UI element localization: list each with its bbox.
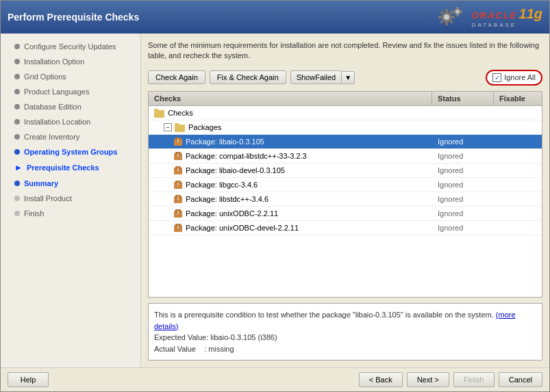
svg-rect-12: [456, 7, 458, 10]
sidebar-item-summary[interactable]: Summary: [1, 176, 140, 191]
sidebar-label-prerequisite-checks: Prerequisite Checks: [27, 164, 99, 172]
table-row[interactable]: Package: compat-libstdc++-33-3.2.3 Ignor…: [149, 149, 542, 164]
oracle-text-block: ORACLE 11g DATABASE: [472, 6, 542, 28]
row-checks-fixable: [494, 106, 542, 120]
sidebar-item-prerequisite-checks[interactable]: ► Prerequisite Checks: [1, 159, 140, 176]
sidebar-label-grid-options: Grid Options: [24, 73, 66, 81]
folder-icon: [154, 108, 165, 118]
row-unixodbc-fixable: [494, 207, 542, 220]
fix-check-again-button[interactable]: Fix & Check Again: [210, 70, 286, 84]
sidebar-label-operating-system-groups: Operating System Groups: [24, 148, 117, 156]
sidebar-item-create-inventory[interactable]: Create Inventory: [1, 129, 140, 144]
sidebar-dot-install-product: [14, 196, 20, 201]
ignore-all-wrapper[interactable]: ✓ Ignore All: [486, 70, 542, 86]
sidebar-item-configure-security[interactable]: Configure Security Updates: [1, 39, 140, 54]
svg-rect-13: [456, 14, 458, 17]
next-button[interactable]: Next >: [407, 372, 449, 387]
sidebar-item-install-product[interactable]: Install Product: [1, 191, 140, 206]
bottom-right: < Back Next > Finish Cancel: [359, 372, 542, 387]
sidebar-item-installation-location[interactable]: Installation Location: [1, 114, 140, 129]
info-actual-value: : missing: [204, 345, 234, 353]
row-libaio-devel-fixable: [494, 164, 542, 177]
svg-rect-15: [460, 11, 462, 13]
sidebar-item-product-languages[interactable]: Product Languages: [1, 84, 140, 99]
info-panel: This is a prerequisite condition to test…: [148, 303, 542, 361]
table-header: Checks Status Fixable: [149, 92, 542, 106]
ignore-all-checkbox[interactable]: ✓: [492, 73, 501, 82]
sidebar-arrow-prerequisite-checks: ►: [14, 163, 23, 172]
svg-rect-19: [175, 123, 179, 126]
sidebar-dot-finish: [14, 211, 20, 216]
row-libgcc-cell: Package: libgcc-3.4.6: [149, 178, 432, 192]
sidebar-label-create-inventory: Create Inventory: [24, 133, 79, 141]
back-button[interactable]: < Back: [359, 372, 403, 387]
svg-rect-3: [445, 22, 448, 25]
sidebar-item-finish[interactable]: Finish: [1, 206, 140, 221]
table-row[interactable]: Package: libstdc++-3.4.6 Ignored: [149, 192, 542, 207]
row-checks-cell: Checks: [149, 106, 432, 120]
bottom-bar: Help < Back Next > Finish Cancel: [1, 367, 549, 391]
bottom-left: Help: [8, 372, 49, 387]
expand-packages-button[interactable]: −: [164, 123, 172, 131]
show-failed-button[interactable]: ShowFailed: [290, 70, 342, 84]
package-icon: [173, 209, 183, 218]
oracle-version-text: 11g: [519, 6, 542, 22]
table-row[interactable]: Checks: [149, 106, 542, 120]
row-libstdc-cell: Package: libstdc++-3.4.6: [149, 192, 432, 206]
check-again-button[interactable]: Check Again: [148, 70, 205, 84]
table-row[interactable]: Package: libgcc-3.4.6 Ignored: [149, 178, 542, 192]
svg-rect-4: [438, 16, 442, 18]
sidebar-dot-database-edition: [14, 104, 20, 109]
row-packages-cell: − Packages: [149, 120, 432, 134]
sidebar-dot-product-languages: [14, 89, 20, 94]
header-status: Status: [432, 92, 494, 105]
header-checks: Checks: [149, 92, 432, 105]
sidebar-item-grid-options[interactable]: Grid Options: [1, 69, 140, 84]
info-actual-label: Actual Value: [154, 345, 204, 353]
toolbar: Check Again Fix & Check Again ShowFailed…: [148, 70, 542, 86]
table-row[interactable]: Package: libaio-0.3.105 Ignored: [149, 135, 542, 149]
sidebar-label-installation-location: Installation Location: [24, 118, 90, 126]
row-libaio-devel-cell: Package: libaio-devel-0.3.105: [149, 164, 432, 177]
table-row[interactable]: Package: unixODBC-devel-2.2.11 Ignored: [149, 221, 542, 235]
svg-point-11: [455, 10, 459, 14]
show-failed-dropdown[interactable]: ▼: [342, 71, 355, 84]
finish-button[interactable]: Finish: [453, 372, 495, 387]
row-libgcc-fixable: [494, 178, 542, 192]
oracle-brand-text: ORACLE: [472, 10, 518, 21]
oracle-database-label: DATABASE: [472, 22, 517, 28]
cancel-button[interactable]: Cancel: [499, 372, 542, 387]
table-row[interactable]: Package: unixODBC-2.2.11 Ignored: [149, 207, 542, 221]
title-bar-left: Perform Prerequisite Checks: [8, 12, 139, 23]
checks-table: Checks Status Fixable Checks: [148, 91, 542, 298]
info-expected-value: : libaio-0.3.105 (i386): [206, 333, 277, 341]
ignore-all-label: Ignore All: [504, 73, 536, 81]
row-libstdc-fixable: [494, 192, 542, 206]
row-unixodbc-cell: Package: unixODBC-2.2.11: [149, 207, 432, 220]
row-compat-fixable: [494, 149, 542, 163]
oracle-gear-icon: [432, 5, 469, 29]
help-button[interactable]: Help: [8, 372, 49, 387]
sidebar-item-installation-option[interactable]: Installation Option: [1, 54, 140, 69]
svg-point-1: [444, 14, 449, 20]
main-panel: Some of the minimum requirements for ins…: [141, 34, 549, 367]
table-row[interactable]: − Packages: [149, 120, 542, 135]
row-libaio-devel-status: Ignored: [432, 164, 494, 177]
row-unixodbc-devel-cell: Package: unixODBC-devel-2.2.11: [149, 221, 432, 235]
table-row[interactable]: Package: libaio-devel-0.3.105 Ignored: [149, 164, 542, 178]
row-libgcc-status: Ignored: [432, 178, 494, 192]
info-text-before-link: This is a prerequisite condition to test…: [154, 311, 494, 319]
row-compat-cell: Package: compat-libstdc++-33-3.2.3: [149, 149, 432, 163]
sidebar-label-product-languages: Product Languages: [24, 88, 89, 96]
sidebar-dot-create-inventory: [14, 134, 20, 140]
package-icon: [173, 151, 183, 161]
sidebar-item-operating-system-groups[interactable]: Operating System Groups: [1, 144, 140, 159]
sidebar-dot-configure-security: [14, 44, 20, 49]
row-libaio-cell: Package: libaio-0.3.105: [149, 135, 432, 148]
row-libstdc-status: Ignored: [432, 192, 494, 206]
sidebar-item-database-edition[interactable]: Database Edition: [1, 99, 140, 114]
row-packages-fixable: [494, 120, 542, 134]
sidebar: Configure Security Updates Installation …: [1, 34, 141, 367]
package-icon: [173, 180, 183, 190]
row-packages-status: [432, 120, 494, 134]
